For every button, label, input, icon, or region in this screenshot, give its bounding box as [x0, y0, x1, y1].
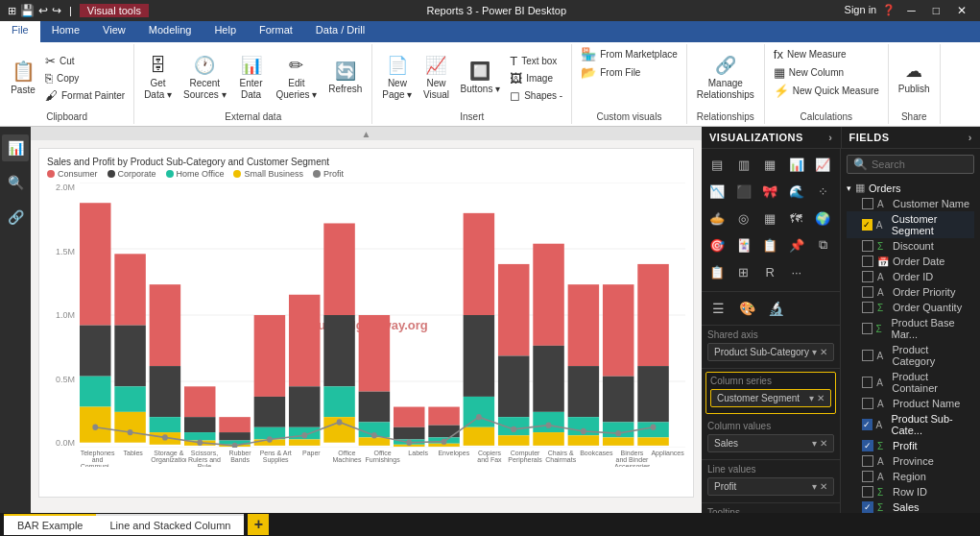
field-customer-name[interactable]: A Customer Name: [847, 196, 974, 211]
new-visual-button[interactable]: 📈 NewVisual: [418, 53, 453, 103]
viz-table[interactable]: 📋: [705, 260, 729, 283]
shared-axis-field[interactable]: Product Sub-Category ▾ ✕: [707, 343, 834, 361]
viz-more[interactable]: ···: [785, 260, 808, 283]
publish-button[interactable]: ☁ Publish: [895, 59, 934, 97]
field-row-id-checkbox[interactable]: [862, 486, 873, 498]
viz-donut[interactable]: ◎: [732, 207, 755, 230]
viz-matrix[interactable]: ⊞: [732, 260, 755, 283]
text-box-button[interactable]: T Text box: [507, 53, 565, 69]
viz-area[interactable]: ⬛: [732, 180, 755, 203]
column-series-remove[interactable]: ✕: [817, 393, 825, 403]
field-profit[interactable]: ✓ Σ Profit: [847, 438, 974, 453]
viz-line[interactable]: 📉: [705, 180, 729, 203]
buttons-button[interactable]: 🔲 Buttons ▾: [456, 59, 504, 97]
tab-data-drill[interactable]: Data / Drill: [304, 21, 376, 42]
viz-multi-row-card[interactable]: 📋: [758, 233, 781, 256]
add-tab-button[interactable]: +: [248, 514, 269, 535]
minimize-btn[interactable]: ─: [901, 4, 921, 17]
viz-r-script[interactable]: R: [758, 260, 781, 283]
field-product-base-mar[interactable]: Σ Product Base Mar...: [847, 315, 974, 342]
orders-table[interactable]: ▾ ▦ Orders: [847, 180, 974, 196]
tab-line-stacked-column[interactable]: Line and Stacked Column: [96, 514, 244, 535]
field-region-checkbox[interactable]: [862, 471, 873, 482]
maximize-btn[interactable]: □: [927, 4, 945, 17]
field-product-name-checkbox[interactable]: [862, 398, 873, 409]
tab-home[interactable]: Home: [40, 21, 91, 42]
enter-data-button[interactable]: 📊 EnterData: [234, 53, 269, 103]
field-sales-checkbox[interactable]: ✓: [862, 501, 873, 513]
format-icon[interactable]: 🎨: [734, 296, 759, 321]
viz-filled-map[interactable]: 🌍: [811, 207, 834, 230]
chart-container[interactable]: Sales and Profit by Product Sub-Category…: [38, 148, 694, 498]
field-order-quantity[interactable]: Σ Order Quantity: [847, 300, 974, 315]
field-customer-segment-checkbox[interactable]: ✓: [862, 219, 872, 231]
field-province[interactable]: A Province: [847, 453, 974, 469]
field-order-date[interactable]: 📅 Order Date: [847, 254, 974, 269]
field-row-id[interactable]: Σ Row ID: [847, 484, 974, 499]
field-region[interactable]: A Region: [847, 469, 974, 484]
shared-axis-chevron[interactable]: ▾: [812, 347, 817, 357]
field-product-category[interactable]: A Product Category: [847, 342, 974, 369]
field-customer-name-checkbox[interactable]: [862, 198, 873, 209]
tab-view[interactable]: View: [91, 21, 137, 42]
field-order-date-checkbox[interactable]: [862, 256, 873, 267]
undo-icon[interactable]: ↩: [38, 4, 48, 17]
viz-card[interactable]: 🃏: [732, 233, 755, 256]
viz-map[interactable]: 🗺: [785, 207, 808, 230]
help-icon[interactable]: ❓: [882, 4, 896, 17]
viz-clustered-bar[interactable]: ▥: [732, 153, 755, 176]
new-page-button[interactable]: 📄 NewPage ▾: [378, 53, 416, 103]
field-sales[interactable]: ✓ Σ Sales: [847, 499, 974, 513]
column-values-field[interactable]: Sales ▾ ✕: [707, 434, 834, 452]
viz-slicer[interactable]: ⧉: [811, 233, 834, 256]
tab-file[interactable]: File: [0, 21, 40, 42]
field-product-container-checkbox[interactable]: [862, 377, 872, 388]
viz-waterfall[interactable]: 🌊: [785, 180, 808, 203]
image-button[interactable]: 🖼 Image: [507, 70, 565, 86]
tab-modeling[interactable]: Modeling: [137, 21, 203, 42]
search-input[interactable]: [872, 158, 980, 170]
report-view-btn[interactable]: 📊: [2, 134, 29, 161]
new-quick-measure-button[interactable]: ⚡ New Quick Measure: [771, 83, 882, 99]
field-order-priority-checkbox[interactable]: [862, 286, 873, 298]
new-measure-button[interactable]: fx New Measure: [771, 46, 849, 62]
viz-scatter[interactable]: ⁘: [811, 180, 834, 203]
field-customer-segment[interactable]: ✓ A Customer Segment: [847, 211, 974, 238]
search-box[interactable]: 🔍: [847, 155, 974, 174]
tab-bar-example[interactable]: BAR Example: [4, 514, 96, 535]
data-view-btn[interactable]: 🔍: [2, 169, 29, 196]
new-column-button[interactable]: ▦ New Column: [771, 64, 847, 81]
line-values-remove[interactable]: ✕: [820, 481, 827, 492]
model-view-btn[interactable]: 🔗: [2, 204, 29, 231]
viz-kpi[interactable]: 📌: [785, 233, 808, 256]
recent-sources-button[interactable]: 🕐 RecentSources ▾: [179, 53, 229, 103]
refresh-button[interactable]: 🔄 Refresh: [324, 59, 366, 97]
column-series-field[interactable]: Customer Segment ▾ ✕: [710, 389, 831, 407]
field-order-id[interactable]: A Order ID: [847, 269, 974, 284]
field-order-priority[interactable]: A Order Priority: [847, 284, 974, 300]
field-product-category-checkbox[interactable]: [862, 350, 873, 361]
viz-gauge[interactable]: 🎯: [705, 233, 729, 256]
column-series-chevron[interactable]: ▾: [809, 393, 814, 403]
viz-stacked-bar[interactable]: ▤: [705, 153, 729, 176]
paste-button[interactable]: 📋 Paste: [6, 58, 40, 98]
field-product-base-mar-checkbox[interactable]: [862, 323, 872, 334]
viz-ribbon[interactable]: 🎀: [758, 180, 781, 203]
line-values-chevron[interactable]: ▾: [812, 481, 817, 492]
shapes-button[interactable]: ◻ Shapes -: [507, 87, 565, 104]
edit-queries-button[interactable]: ✏ EditQueries ▾: [273, 53, 322, 103]
get-data-button[interactable]: 🗄 GetData ▾: [140, 54, 176, 103]
analytics-icon[interactable]: 🔬: [763, 296, 788, 321]
viz-stacked-col[interactable]: ▦: [758, 153, 781, 176]
field-order-quantity-checkbox[interactable]: [862, 302, 873, 313]
save-icon[interactable]: 💾: [20, 4, 35, 17]
tab-help[interactable]: Help: [203, 21, 248, 42]
viz-pie[interactable]: 🥧: [705, 207, 729, 230]
tab-format[interactable]: Format: [248, 21, 304, 42]
column-values-chevron[interactable]: ▾: [812, 438, 817, 449]
fields-icon[interactable]: ☰: [705, 296, 730, 321]
format-painter-button[interactable]: 🖌 Format Painter: [42, 87, 128, 104]
line-values-field[interactable]: Profit ▾ ✕: [707, 477, 834, 496]
viz-panel-arrow[interactable]: ›: [828, 132, 832, 143]
field-discount-checkbox[interactable]: [862, 240, 873, 252]
